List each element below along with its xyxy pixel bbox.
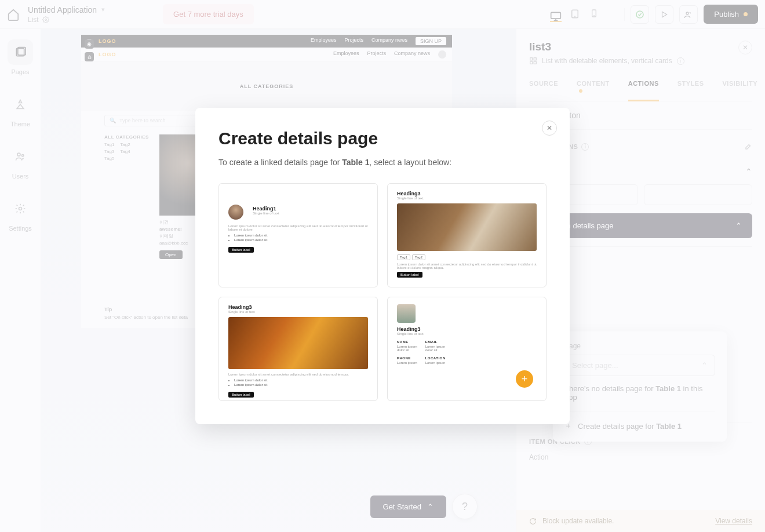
- col-label: NAME: [397, 340, 417, 344]
- layout-button: Button label: [228, 392, 254, 398]
- layout-option-1[interactable]: Heading1 Single line of text Lorem ipsum…: [218, 183, 378, 287]
- list-item: Lorem ipsum dolor sit: [234, 382, 368, 387]
- modal-title: Create details page: [218, 129, 547, 148]
- layout-heading: Heading1: [253, 206, 279, 212]
- tag: Tag1: [397, 254, 410, 260]
- layout-heading: Heading3: [228, 304, 368, 310]
- layout-heading: Heading3: [397, 191, 537, 196]
- close-icon[interactable]: ✕: [542, 121, 557, 136]
- modal-overlay[interactable]: ✕ Create details page To create a linked…: [0, 0, 765, 532]
- list-item: Lorem ipsum dolor sit: [234, 233, 368, 238]
- plus-fab-icon: +: [516, 370, 533, 388]
- avatar: [228, 205, 243, 220]
- col-label: PHONE: [397, 356, 417, 360]
- layout-option-2[interactable]: Heading3 Single line of text Tag1Tag2 Lo…: [387, 183, 547, 287]
- layout-sub: Single line of text: [253, 212, 279, 215]
- col-label: LOCATION: [425, 356, 446, 360]
- col-label: EMAIL: [425, 340, 446, 344]
- layout-sub: Single line of text: [397, 332, 537, 336]
- layout-image: [228, 317, 368, 369]
- layout-image: [397, 203, 537, 251]
- layout-button: Button label: [397, 272, 422, 278]
- modal-description: To create a linked details page for Tabl…: [218, 158, 547, 167]
- layout-heading: Heading3: [397, 326, 537, 332]
- layout-sub: Single line of text: [397, 196, 537, 200]
- list-item: Lorem ipsum dolor sit: [234, 378, 368, 382]
- layout-button: Button label: [228, 247, 254, 253]
- list-item: Lorem ipsum dolor sit: [234, 238, 368, 242]
- layout-option-4[interactable]: Heading3 Single line of text NAMELorem i…: [387, 297, 547, 401]
- create-details-modal: ✕ Create details page To create a linked…: [195, 108, 570, 424]
- layout-option-3[interactable]: Heading3 Single line of text Lorem ipsum…: [218, 297, 378, 401]
- layout-sub: Single line of text: [228, 310, 368, 314]
- avatar: [397, 304, 416, 323]
- tag: Tag2: [412, 254, 425, 260]
